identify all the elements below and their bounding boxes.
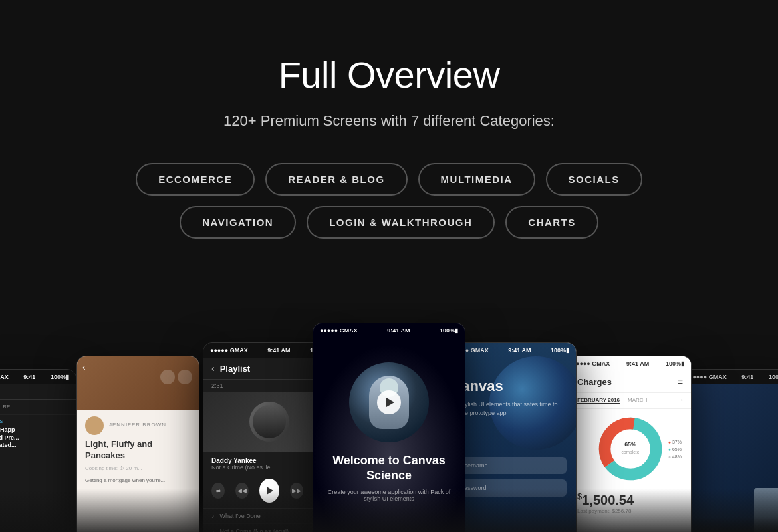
username-input[interactable]: Username	[454, 457, 567, 474]
news-badge: EURONEWS	[0, 415, 76, 425]
payment-label: Last payment: $256.78	[577, 508, 683, 514]
music-list-header: ALL	[0, 384, 76, 400]
back-icon[interactable]: ‹	[211, 363, 215, 374]
charges-title: Charges	[577, 377, 612, 387]
screenshots-section: ●●●●● GMAX 9:41 100%▮ ALL POPULAR RE EUR…	[0, 303, 778, 532]
hero-section: Full Overview 120+ Premium Screens with …	[0, 0, 778, 283]
shuffle-button[interactable]: ⇄	[211, 483, 225, 499]
prev-button[interactable]: ◀◀	[235, 483, 249, 499]
categories-row-1: ECCOMERCE READER & BLOG MULTIMEDIA SOCIA…	[13, 163, 765, 196]
month-tabs: FEBRUARY 2016 MARCH ›	[569, 393, 691, 409]
march-tab[interactable]: MARCH	[628, 397, 647, 404]
blog-back-button[interactable]: ‹	[82, 362, 86, 372]
blog-header-image: ‹	[77, 356, 199, 410]
category-login-walkthrough[interactable]: LOGIN & WALKTHROUGH	[307, 206, 495, 239]
track-name: Daddy Yankee	[211, 457, 275, 464]
blog-content: JENNIFER BROWN Light, Fluffy andPancakes…	[77, 410, 199, 532]
amount-value: $1,500.54	[577, 491, 683, 508]
canvas-form: Username Password	[454, 457, 567, 497]
track-artist: Not a Crime (No es ile...	[211, 464, 275, 471]
svg-text:65%: 65%	[624, 441, 636, 448]
next-button[interactable]: ▶▶	[290, 483, 303, 499]
category-charts[interactable]: CHARTS	[505, 206, 598, 239]
february-tab[interactable]: FEBRUARY 2016	[577, 397, 620, 404]
hero-subtitle: 120+ Premium Screens with 7 different Ca…	[13, 112, 765, 130]
svg-text:complete: complete	[621, 450, 639, 455]
canvas-logo: canvas	[454, 378, 567, 395]
category-reader-blog[interactable]: READER & BLOG	[265, 163, 407, 196]
donut-chart: 65% complete ● 37% ● 65% ● 48%	[569, 409, 691, 489]
video-background	[682, 384, 778, 532]
phone-left-2: ‹ JENNIFER BROWN Light, Fluffy andPancak…	[76, 356, 199, 532]
phone-left-3: ●●●●● GMAX 9:41 100%▮ ALL POPULAR RE EUR…	[0, 369, 76, 532]
welcome-subtitle: Create your awesome application with Pac…	[326, 489, 452, 502]
page-title: Full Overview	[13, 53, 765, 96]
donut-svg: 65% complete	[594, 412, 667, 485]
donut-labels: ● 37% ● 65% ● 48%	[668, 440, 682, 459]
music-tabs: POPULAR RE	[0, 400, 76, 415]
categories-row-2: NAVIGATION LOGIN & WALKTHROUGH CHARTS	[13, 206, 765, 239]
charts-amount: $1,500.54 Last payment: $256.78	[569, 489, 691, 517]
next-month-arrow[interactable]: ›	[681, 397, 683, 404]
status-bar-right2: ●●●● GMAX 9:41 AM 100%▮	[569, 356, 691, 371]
status-bar-center: ●●●●● GMAX 9:41 AM 100%▮	[313, 323, 465, 338]
password-input[interactable]: Password	[454, 479, 567, 497]
music-note-icon: ♪	[211, 528, 215, 532]
music-note-icon: ♪	[211, 513, 215, 519]
play-overlay-button[interactable]	[377, 390, 401, 414]
blog-post-title: Light, Fluffy andPancakes	[85, 439, 191, 462]
welcome-screen: ●●●●● GMAX 9:41 AM 100%▮ Welcome to Canv…	[313, 323, 465, 532]
category-navigation[interactable]: NAVIGATION	[180, 206, 296, 239]
playlist-title: Playlist	[220, 364, 251, 374]
category-multimedia[interactable]: MULTIMEDIA	[418, 163, 535, 196]
status-bar-right3: ●●●●● GMAX 9:41 100%▮	[682, 370, 778, 384]
status-bar-left3: ●●●●● GMAX 9:41 100%▮	[0, 370, 76, 384]
phone-right-3: ●●●●● GMAX 9:41 100%▮	[682, 369, 778, 532]
category-socials[interactable]: SOCIALS	[546, 163, 642, 196]
canvas-tagline: of stylish UI elements that safes time t…	[454, 400, 567, 417]
phone-center: ●●●●● GMAX 9:41 AM 100%▮ Welcome to Canv…	[313, 323, 465, 532]
news-headline: What Can HappHigh Blood Pre...Left Untre…	[0, 425, 76, 454]
menu-icon[interactable]: ≡	[678, 376, 683, 387]
phone-right-2: ●●●● GMAX 9:41 AM 100%▮ Charges ≡ FEBRUA…	[569, 356, 692, 532]
category-eccomerce[interactable]: ECCOMERCE	[136, 163, 255, 196]
play-button[interactable]	[259, 479, 279, 503]
welcome-title: Welcome to Canvas Science	[326, 453, 452, 484]
charts-header: Charges ≡	[569, 371, 691, 393]
